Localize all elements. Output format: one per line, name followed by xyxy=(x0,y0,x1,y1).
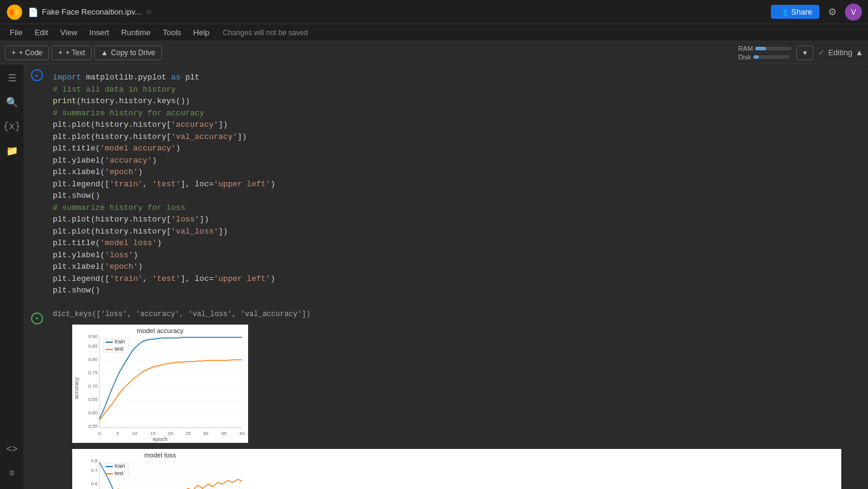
svg-text:25: 25 xyxy=(186,431,191,436)
code-line-16: plt.ylabel('loss') xyxy=(53,249,861,261)
top-bar: 📄 Fake Face Reconaition.ipv... ☆ 👥 Share… xyxy=(0,0,868,24)
code-label: + Code xyxy=(19,49,42,57)
notebook-icon: 📄 xyxy=(28,7,38,17)
svg-text:0.85: 0.85 xyxy=(88,343,98,349)
svg-text:40: 40 xyxy=(240,431,245,436)
chevron-up-icon: ▲ xyxy=(855,48,863,57)
svg-text:0.80: 0.80 xyxy=(88,357,98,362)
sidebar-search-icon[interactable]: 🔍 xyxy=(3,93,21,112)
accuracy-chart: model accuracy epoch accuracy 0.55 0.60 xyxy=(72,325,248,443)
star-icon: ☆ xyxy=(145,7,152,16)
code-line-3: print(history.history.keys()) xyxy=(53,95,861,107)
test-loss-line xyxy=(99,479,242,490)
ram-label: RAM xyxy=(738,45,753,52)
accuracy-svg: model accuracy epoch accuracy 0.55 0.60 xyxy=(72,325,248,443)
content-area[interactable]: ▶ import matplotlib.pyplot as plt # list… xyxy=(24,64,868,489)
code-line-17: plt.xlabel('epoch') xyxy=(53,261,861,273)
toolbar-right: RAM Disk ▾ ✓ Editing ▲ xyxy=(738,45,863,61)
train-legend-line xyxy=(106,342,113,343)
colab-logo xyxy=(6,4,23,21)
left-sidebar: ☰ 🔍 {x} 📁 <> ≡ xyxy=(0,64,24,489)
avatar[interactable]: V xyxy=(845,4,862,21)
train-loss-legend-line xyxy=(106,466,113,467)
changes-notice: Changes will not be saved xyxy=(223,29,308,37)
ram-bar-container: RAM xyxy=(738,45,792,52)
add-text-button[interactable]: + + Text xyxy=(52,46,92,60)
text-label: + Text xyxy=(66,49,85,57)
loss-chart-title: model loss xyxy=(144,451,177,459)
cell-run-button[interactable]: ▶ xyxy=(26,64,48,304)
share-icon: 👥 xyxy=(778,7,788,16)
disk-bar xyxy=(753,55,790,59)
accuracy-xlabel: epoch xyxy=(153,436,168,442)
svg-text:0.7: 0.7 xyxy=(91,468,98,473)
copy-label: Copy to Drive xyxy=(111,49,155,57)
main-area: ☰ 🔍 {x} 📁 <> ≡ ▶ import matplotlib.pyplo… xyxy=(0,64,868,489)
sidebar-files-icon[interactable]: 📁 xyxy=(3,142,21,160)
test-loss-legend-line xyxy=(106,473,113,474)
test-loss-legend-label: test xyxy=(115,470,124,476)
disk-label: Disk xyxy=(738,53,751,61)
settings-button[interactable]: ⚙ xyxy=(828,6,836,18)
test-accuracy-line xyxy=(99,360,242,420)
add-code-button[interactable]: + + Code xyxy=(5,46,49,60)
ram-disk-info: RAM Disk xyxy=(738,45,792,61)
svg-text:0.8: 0.8 xyxy=(91,458,98,464)
test-legend-line xyxy=(106,349,113,350)
code-line-12: # summarize history for loss xyxy=(53,202,861,214)
connect-dropdown[interactable]: ▾ xyxy=(796,46,813,60)
drive-icon: ▲ xyxy=(101,49,108,57)
output-cell: ● dict_keys(['loss', 'accuracy', 'val_lo… xyxy=(24,304,868,490)
code-line-7: plt.title('model accuracy') xyxy=(53,143,861,155)
code-line-10: plt.legend(['train', 'test'], loc='upper… xyxy=(53,178,861,191)
sidebar-code-snippets-icon[interactable]: <> xyxy=(3,440,21,459)
menu-help[interactable]: Help xyxy=(189,27,215,38)
code-line-2: # list all data in history xyxy=(53,84,861,96)
menu-runtime[interactable]: Runtime xyxy=(116,27,155,38)
notebook-title: 📄 Fake Face Reconaition.ipv... ☆ xyxy=(28,7,771,17)
svg-point-2 xyxy=(14,9,20,15)
output-run-indicator: ● xyxy=(26,304,48,490)
svg-text:0: 0 xyxy=(98,431,101,436)
editing-label: Editing xyxy=(828,48,852,57)
code-line-11: plt.show() xyxy=(53,190,861,202)
code-line-5: plt.plot(history.history['accuracy']) xyxy=(53,119,861,131)
sidebar-command-palette-icon[interactable]: ≡ xyxy=(3,465,21,483)
svg-text:0.60: 0.60 xyxy=(88,410,98,416)
code-line-1: import matplotlib.pyplot as plt xyxy=(53,72,861,84)
toolbar: + + Code + + Text ▲ Copy to Drive RAM Di… xyxy=(0,41,868,64)
sidebar-variables-icon[interactable]: {x} xyxy=(3,118,21,136)
copy-to-drive-button[interactable]: ▲ Copy to Drive xyxy=(94,46,162,60)
train-loss-legend-label: train xyxy=(115,463,126,469)
ram-bar xyxy=(755,47,792,50)
disk-bar-container: Disk xyxy=(738,53,792,61)
svg-text:0.90: 0.90 xyxy=(88,334,98,339)
menu-edit[interactable]: Edit xyxy=(30,27,53,38)
output-content: dict_keys(['loss', 'accuracy', 'val_loss… xyxy=(48,304,868,490)
svg-text:35: 35 xyxy=(221,431,227,436)
code-line-14: plt.plot(history.history['val_loss']) xyxy=(53,226,861,238)
svg-text:30: 30 xyxy=(203,431,209,436)
svg-text:10: 10 xyxy=(132,431,138,436)
loss-chart: model loss epoch loss 0.1 0.2 0.3 xyxy=(72,449,841,490)
run-circle[interactable]: ▶ xyxy=(31,69,43,81)
svg-text:15: 15 xyxy=(150,431,156,436)
share-button[interactable]: 👥 Share xyxy=(771,5,819,19)
menu-insert[interactable]: Insert xyxy=(84,27,114,38)
code-line-9: plt.xlabel('epoch') xyxy=(53,166,861,178)
output-text: dict_keys(['loss', 'accuracy', 'val_loss… xyxy=(48,308,866,321)
svg-text:0.65: 0.65 xyxy=(88,397,98,402)
train-legend-label: train xyxy=(115,339,126,345)
accuracy-chart-title: model accuracy xyxy=(136,327,184,334)
cell-content: import matplotlib.pyplot as plt # list a… xyxy=(48,64,868,304)
code-line-15: plt.title('model loss') xyxy=(53,237,861,249)
sidebar-menu-icon[interactable]: ☰ xyxy=(3,69,21,87)
code-line-8: plt.ylabel('accuracy') xyxy=(53,155,861,167)
code-cell: ▶ import matplotlib.pyplot as plt # list… xyxy=(24,64,868,304)
menu-tools[interactable]: Tools xyxy=(158,27,186,38)
svg-text:0.55: 0.55 xyxy=(88,423,98,429)
menu-view[interactable]: View xyxy=(55,27,82,38)
svg-text:5: 5 xyxy=(116,431,119,436)
menu-file[interactable]: File xyxy=(5,27,27,38)
loss-svg: model loss epoch loss 0.1 0.2 0.3 xyxy=(72,449,248,490)
